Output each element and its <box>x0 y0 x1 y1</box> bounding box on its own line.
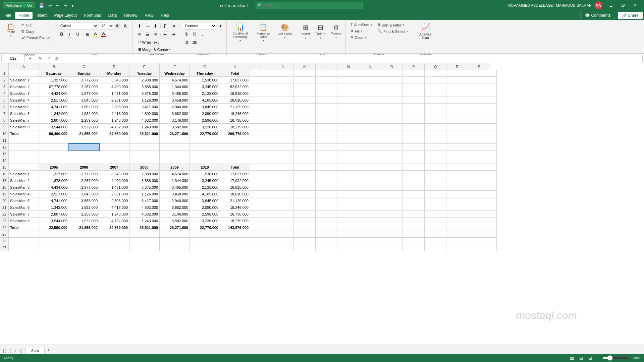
cell[interactable] <box>403 184 425 191</box>
cell[interactable] <box>425 97 446 104</box>
cell[interactable] <box>294 184 316 191</box>
cell[interactable] <box>425 184 446 191</box>
cell[interactable] <box>316 70 337 77</box>
cell[interactable] <box>294 150 316 157</box>
cell[interactable] <box>250 177 272 184</box>
cell[interactable]: 1,878.000 <box>39 177 69 184</box>
cell[interactable] <box>359 177 381 184</box>
cell[interactable] <box>381 144 403 150</box>
cell[interactable] <box>359 191 381 197</box>
cell[interactable] <box>425 171 446 177</box>
cell[interactable] <box>250 104 272 110</box>
col-header-f[interactable]: F <box>160 63 190 70</box>
cell[interactable]: 3,662.000 <box>160 204 190 211</box>
cell[interactable] <box>490 150 497 157</box>
cell[interactable]: 1,248.000 <box>99 117 129 124</box>
cell[interactable] <box>446 164 468 171</box>
sheet-container[interactable]: A B C D E F G H I J K L M N O P Q <box>0 63 644 345</box>
cell[interactable] <box>425 124 446 130</box>
cell[interactable] <box>294 90 316 97</box>
cell[interactable] <box>337 171 359 177</box>
cell[interactable] <box>316 130 337 137</box>
fill-button[interactable]: ⬇ Fill ▾ <box>348 28 374 34</box>
cell[interactable]: 1,126.000 <box>129 97 160 104</box>
cell[interactable] <box>337 244 359 251</box>
cell[interactable] <box>425 177 446 184</box>
cell[interactable] <box>403 130 425 137</box>
cell[interactable] <box>316 124 337 130</box>
cell[interactable] <box>272 211 294 218</box>
cell[interactable] <box>425 150 446 157</box>
cell[interactable]: 2,988.000 <box>129 77 160 83</box>
cell[interactable]: 24,869.000 <box>99 130 129 137</box>
row-header-5[interactable]: 5 <box>0 97 9 104</box>
cell[interactable] <box>190 137 220 144</box>
cell[interactable] <box>359 184 381 191</box>
cell[interactable]: 88,490.000 <box>39 130 69 137</box>
cell[interactable]: 3,375.000 <box>129 184 160 191</box>
cell[interactable] <box>359 97 381 104</box>
scroll-last-button[interactable]: ⟩⟩ <box>18 348 24 354</box>
cell[interactable] <box>337 150 359 157</box>
cell[interactable]: Saturday <box>39 70 69 77</box>
undo2-icon[interactable]: ↩ <box>55 2 61 9</box>
cell[interactable]: 4,762.000 <box>99 124 129 130</box>
cell[interactable] <box>403 211 425 218</box>
cell[interactable] <box>468 137 490 144</box>
cell[interactable]: 1,126.000 <box>129 191 160 197</box>
cell[interactable] <box>337 77 359 83</box>
cell[interactable]: SalesMan 6 <box>9 110 39 117</box>
cell[interactable] <box>425 90 446 97</box>
cell[interactable] <box>272 171 294 177</box>
cell[interactable] <box>446 171 468 177</box>
cell[interactable] <box>337 130 359 137</box>
row-header-24[interactable]: 24 <box>0 224 9 231</box>
cell[interactable] <box>490 224 497 231</box>
col-header-n[interactable]: N <box>359 63 381 70</box>
cell[interactable] <box>316 231 337 238</box>
cell[interactable] <box>468 130 490 137</box>
cell[interactable] <box>316 144 337 150</box>
cell[interactable] <box>359 124 381 130</box>
cell[interactable] <box>272 164 294 171</box>
cell[interactable]: 3,375.000 <box>129 90 160 97</box>
cell[interactable] <box>294 218 316 224</box>
cell[interactable]: SalesMan 5 <box>9 197 39 204</box>
wrap-text-button[interactable]: ↵ Wrap Text <box>136 39 161 45</box>
cell[interactable] <box>316 218 337 224</box>
cell[interactable] <box>425 104 446 110</box>
menu-data[interactable]: Data <box>105 12 120 19</box>
cell[interactable] <box>468 77 490 83</box>
cell[interactable] <box>9 244 39 251</box>
cell[interactable] <box>190 231 220 238</box>
cell[interactable]: 1,342.000 <box>39 110 69 117</box>
cell[interactable]: 2,961.000 <box>99 191 129 197</box>
cell[interactable] <box>337 157 359 164</box>
cell[interactable] <box>468 110 490 117</box>
cell[interactable] <box>69 238 99 244</box>
cell[interactable] <box>446 231 468 238</box>
cell[interactable]: SalesMan 4 <box>9 191 39 197</box>
cell[interactable]: 3,845.000 <box>190 197 220 204</box>
cell[interactable] <box>359 238 381 244</box>
cell[interactable] <box>381 110 403 117</box>
cell[interactable] <box>446 197 468 204</box>
cell[interactable]: 3,146.000 <box>160 211 190 218</box>
cell[interactable] <box>403 104 425 110</box>
cell[interactable] <box>446 218 468 224</box>
cell[interactable] <box>468 90 490 97</box>
cell[interactable]: 2,988.000 <box>129 171 160 177</box>
cell[interactable] <box>490 211 497 218</box>
cell[interactable] <box>337 117 359 124</box>
cell[interactable] <box>337 144 359 150</box>
cell[interactable] <box>425 130 446 137</box>
row-header-4[interactable]: 4 <box>0 90 9 97</box>
cell[interactable] <box>446 244 468 251</box>
cell[interactable] <box>9 164 39 171</box>
cell[interactable] <box>425 204 446 211</box>
cell[interactable] <box>316 117 337 124</box>
cell[interactable] <box>160 150 190 157</box>
cell[interactable] <box>468 244 490 251</box>
cell[interactable] <box>468 218 490 224</box>
align-bottom-button[interactable]: ⬇ <box>152 22 159 29</box>
